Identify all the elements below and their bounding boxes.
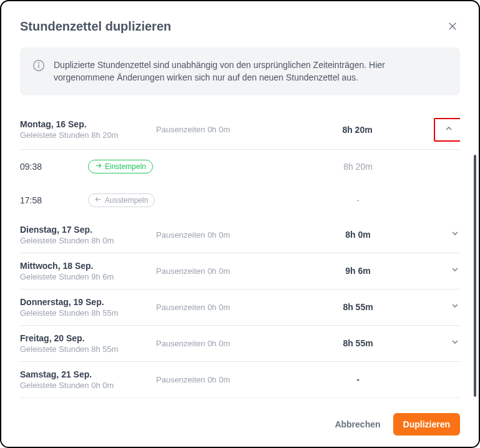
- day-worked: Geleistete Stunden 8h 55m: [20, 308, 156, 318]
- chevron-down-icon: [450, 265, 460, 277]
- day-row[interactable]: Dienstag, 17 Sep.Geleistete Stunden 8h 0…: [20, 217, 460, 253]
- modal-header: Stundenzettel duplizieren: [20, 19, 460, 34]
- duplicate-button[interactable]: Duplizieren: [393, 413, 460, 436]
- day-break: Pausenzeiten 0h 0m: [156, 230, 281, 240]
- day-worked: Geleistete Stunden 0h 0m: [20, 381, 156, 390]
- scrollbar-thumb[interactable]: [474, 155, 476, 397]
- day-info: Montag, 16 Sep.Geleistete Stunden 8h 20m: [20, 119, 156, 140]
- entry-badge-label: Ausstempeln: [105, 196, 148, 205]
- day-toggle[interactable]: [434, 118, 460, 142]
- day-name: Donnerstag, 19 Sep.: [20, 297, 156, 307]
- duplicate-timesheet-modal: Stundenzettel duplizieren Duplizierte St…: [0, 0, 480, 448]
- time-entry-row: 17:58Ausstempeln-: [20, 183, 460, 217]
- day-name: Montag, 16 Sep.: [20, 119, 156, 129]
- svg-point-4: [39, 62, 39, 63]
- day-break: Pausenzeiten 0h 0m: [156, 125, 281, 134]
- close-icon: [447, 21, 458, 32]
- modal-title: Stundenzettel duplizieren: [20, 19, 171, 34]
- clock-in-icon: [95, 162, 102, 171]
- entry-duration: -: [281, 195, 435, 205]
- day-row[interactable]: Montag, 16 Sep.Geleistete Stunden 8h 20m…: [20, 110, 460, 150]
- info-text: Duplizierte Stundenzettel sind unabhängi…: [54, 59, 448, 84]
- chevron-down-icon: [450, 301, 460, 313]
- day-total: 8h 55m: [281, 338, 435, 348]
- day-info: Freitag, 20 Sep.Geleistete Stunden 8h 55…: [20, 333, 156, 354]
- entry-badge-label: Einstempeln: [105, 162, 146, 171]
- close-button[interactable]: [445, 19, 460, 34]
- entry-time: 17:58: [20, 195, 88, 205]
- modal-footer: Abbrechen Duplizieren: [1, 402, 479, 447]
- day-break: Pausenzeiten 0h 0m: [156, 303, 281, 312]
- day-row[interactable]: Mittwoch, 18 Sep.Geleistete Stunden 9h 6…: [20, 253, 460, 290]
- entry-badge-col: Ausstempeln: [88, 193, 281, 207]
- time-entry-row: 09:38Einstempeln8h 20m: [20, 150, 460, 183]
- day-info: Samstag, 21 Sep.Geleistete Stunden 0h 0m: [20, 369, 156, 390]
- day-name: Dienstag, 17 Sep.: [20, 225, 156, 235]
- entry-badge: Ausstempeln: [88, 193, 155, 207]
- day-name: Samstag, 21 Sep.: [20, 369, 156, 379]
- day-info: Dienstag, 17 Sep.Geleistete Stunden 8h 0…: [20, 225, 156, 245]
- clock-out-icon: [95, 196, 102, 205]
- day-total: 9h 6m: [281, 266, 435, 276]
- entry-badge: Einstempeln: [88, 160, 153, 173]
- day-toggle[interactable]: [435, 301, 460, 313]
- day-row[interactable]: Donnerstag, 19 Sep.Geleistete Stunden 8h…: [20, 290, 460, 326]
- day-row[interactable]: Samstag, 21 Sep.Geleistete Stunden 0h 0m…: [20, 362, 460, 398]
- day-worked: Geleistete Stunden 8h 0m: [20, 236, 156, 245]
- day-toggle[interactable]: [435, 337, 460, 349]
- day-toggle[interactable]: [435, 265, 460, 277]
- day-info: Mittwoch, 18 Sep.Geleistete Stunden 9h 6…: [20, 261, 156, 281]
- day-total: 8h 20m: [281, 125, 434, 135]
- day-worked: Geleistete Stunden 8h 20m: [20, 130, 156, 140]
- day-break: Pausenzeiten 0h 0m: [156, 339, 281, 348]
- day-name: Freitag, 20 Sep.: [20, 333, 156, 343]
- day-total: 8h 55m: [281, 302, 435, 312]
- day-worked: Geleistete Stunden 9h 6m: [20, 272, 156, 281]
- day-toggle[interactable]: [435, 228, 460, 241]
- entry-badge-col: Einstempeln: [88, 160, 281, 173]
- entry-time: 09:38: [20, 162, 88, 172]
- day-name: Mittwoch, 18 Sep.: [20, 261, 156, 271]
- cancel-button[interactable]: Abbrechen: [331, 414, 384, 434]
- day-total: 8h 0m: [281, 230, 435, 240]
- day-info: Donnerstag, 19 Sep.Geleistete Stunden 8h…: [20, 297, 156, 318]
- info-icon: [32, 59, 45, 72]
- day-break: Pausenzeiten 0h 0m: [156, 266, 281, 276]
- day-total: -: [281, 374, 435, 384]
- toggle-highlight: [434, 118, 460, 142]
- day-row[interactable]: Freitag, 20 Sep.Geleistete Stunden 8h 55…: [20, 326, 460, 362]
- info-banner: Duplizierte Stundenzettel sind unabhängi…: [20, 47, 460, 95]
- chevron-down-icon: [450, 228, 460, 241]
- day-list[interactable]: Montag, 16 Sep.Geleistete Stunden 8h 20m…: [20, 110, 460, 402]
- day-worked: Geleistete Stunden 8h 55m: [20, 344, 156, 354]
- modal-content: Stundenzettel duplizieren Duplizierte St…: [1, 1, 479, 402]
- chevron-down-icon: [450, 337, 460, 349]
- day-break: Pausenzeiten 0h 0m: [156, 375, 281, 384]
- entry-duration: 8h 20m: [281, 162, 435, 172]
- chevron-up-icon: [444, 124, 454, 136]
